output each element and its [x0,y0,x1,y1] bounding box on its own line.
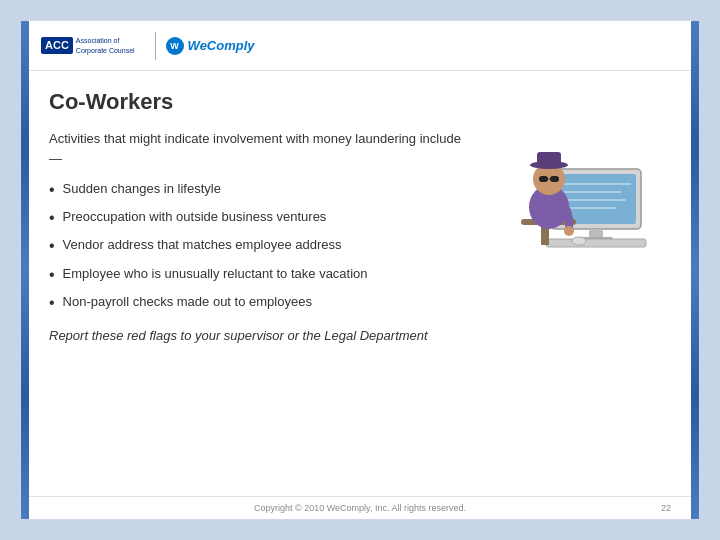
list-item: • Employee who is unusually reluctant to… [49,265,671,284]
right-decorative-bar [691,21,699,519]
slide-inner: ACC Association of Corporate Counsel W W… [29,21,691,519]
bullet-icon: • [49,293,55,312]
left-decorative-bar [21,21,29,519]
bullet-icon: • [49,236,55,255]
wc-circle-icon: W [166,37,184,55]
header: ACC Association of Corporate Counsel W W… [29,21,691,71]
bullet-text: Sudden changes in lifestyle [63,180,221,198]
acc-logo-text: Association of Corporate Counsel [76,36,135,54]
slide-container: ACC Association of Corporate Counsel W W… [20,20,700,520]
wc-text: WeComply [188,38,255,53]
svg-rect-15 [539,176,548,182]
logo-divider [155,32,156,60]
acc-abbrev: ACC [45,39,69,51]
list-item: • Non-payroll checks made out to employe… [49,293,671,312]
svg-point-18 [564,226,574,236]
wecomply-logo: W WeComply [166,37,255,55]
svg-rect-8 [546,239,646,247]
bullet-icon: • [49,208,55,227]
bullet-text: Employee who is unusually reluctant to t… [63,265,368,283]
report-paragraph: Report these red flags to your superviso… [49,328,671,343]
illustration [491,89,671,249]
acc-logo: ACC Association of Corporate Counsel [41,36,135,54]
acc-logo-box: ACC [41,37,73,54]
footer: Copyright © 2010 WeComply, Inc. All righ… [29,496,691,519]
bullet-icon: • [49,265,55,284]
svg-point-19 [572,237,586,245]
intro-paragraph: Activities that might indicate involveme… [49,129,469,168]
svg-rect-16 [550,176,559,182]
bullet-text: Vendor address that matches employee add… [63,236,342,254]
bullet-icon: • [49,180,55,199]
svg-rect-14 [537,152,561,166]
bullet-text: Non-payroll checks made out to employees [63,293,312,311]
person-computer-svg [491,89,671,249]
svg-rect-6 [589,229,603,237]
page-number: 22 [661,503,671,513]
slide-content: Co-Workers Activities that might indicat… [29,71,691,496]
copyright-text: Copyright © 2010 WeComply, Inc. All righ… [254,503,466,513]
bullet-text: Preoccupation with outside business vent… [63,208,327,226]
